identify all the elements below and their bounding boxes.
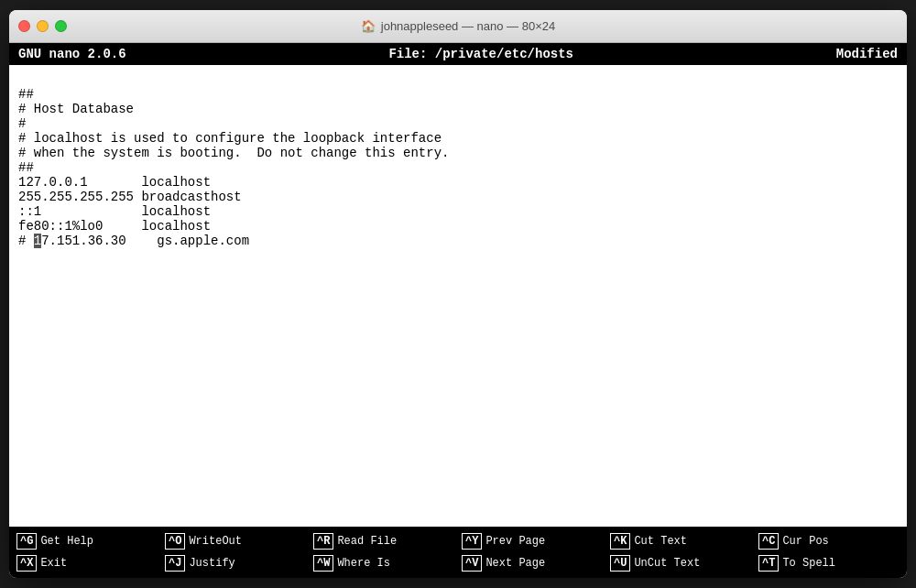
shortcut-cur-pos[interactable]: ^C Cur Pos bbox=[755, 532, 903, 550]
shortcut-label-where-is: Where Is bbox=[337, 557, 390, 570]
shortcut-writeout[interactable]: ^O WriteOut bbox=[161, 532, 310, 550]
nano-status-bar: GNU nano 2.0.6 File: /private/etc/hosts … bbox=[9, 43, 907, 65]
shortcut-label-cut-text: Cut Text bbox=[634, 535, 687, 548]
title-bar: 🏠 johnappleseed — nano — 80×24 bbox=[9, 10, 907, 43]
close-button[interactable] bbox=[18, 20, 30, 32]
shortcut-next-page[interactable]: ^V Next Page bbox=[458, 554, 606, 572]
shortcut-justify[interactable]: ^J Justify bbox=[161, 554, 310, 572]
house-icon: 🏠 bbox=[361, 19, 376, 33]
shortcut-key-u: ^U bbox=[610, 555, 630, 572]
minimize-button[interactable] bbox=[37, 20, 49, 32]
shortcut-label-uncut-text: UnCut Text bbox=[634, 557, 700, 570]
editor-content: ## # Host Database # # localhost is used… bbox=[18, 87, 449, 248]
nano-modified: Modified bbox=[836, 47, 898, 61]
shortcut-key-x: ^X bbox=[16, 555, 37, 572]
shortcut-key-y: ^Y bbox=[462, 533, 482, 550]
shortcut-prev-page[interactable]: ^Y Prev Page bbox=[458, 532, 606, 550]
shortcut-where-is[interactable]: ^W Where Is bbox=[310, 554, 458, 572]
shortcut-uncut-text[interactable]: ^U UnCut Text bbox=[606, 554, 755, 572]
shortcut-label-prev-page: Prev Page bbox=[485, 535, 545, 548]
shortcut-row-2: ^X Exit ^J Justify ^W Where Is ^V Next P… bbox=[9, 552, 907, 574]
shortcut-label-to-spell: To Spell bbox=[782, 557, 835, 570]
shortcut-read-file[interactable]: ^R Read File bbox=[310, 532, 458, 550]
shortcut-label-get-help: Get Help bbox=[40, 535, 93, 548]
shortcuts-bar: ^G Get Help ^O WriteOut ^R Read File ^Y … bbox=[9, 527, 907, 578]
shortcut-key-k: ^K bbox=[610, 533, 630, 550]
shortcut-key-v: ^V bbox=[462, 555, 482, 572]
shortcut-key-j: ^J bbox=[165, 555, 185, 572]
nano-file: File: /private/etc/hosts bbox=[388, 47, 573, 61]
nano-version: GNU nano 2.0.6 bbox=[18, 47, 126, 61]
shortcut-label-cur-pos: Cur Pos bbox=[782, 535, 828, 548]
terminal-window: 🏠 johnappleseed — nano — 80×24 GNU nano … bbox=[9, 10, 907, 578]
shortcut-exit[interactable]: ^X Exit bbox=[13, 554, 161, 572]
shortcut-key-t: ^T bbox=[758, 555, 779, 572]
shortcut-label-read-file: Read File bbox=[337, 535, 397, 548]
shortcut-key-o: ^O bbox=[165, 533, 185, 550]
window-title: 🏠 johnappleseed — nano — 80×24 bbox=[361, 19, 555, 33]
shortcut-label-exit: Exit bbox=[40, 557, 67, 570]
editor-area[interactable]: ## # Host Database # # localhost is used… bbox=[9, 65, 907, 527]
shortcut-key-r: ^R bbox=[313, 533, 333, 550]
shortcut-get-help[interactable]: ^G Get Help bbox=[13, 532, 161, 550]
shortcut-to-spell[interactable]: ^T To Spell bbox=[755, 554, 903, 572]
maximize-button[interactable] bbox=[55, 20, 67, 32]
shortcut-key-g: ^G bbox=[16, 533, 37, 550]
shortcut-key-w: ^W bbox=[313, 555, 333, 572]
traffic-lights bbox=[18, 20, 67, 32]
shortcut-label-next-page: Next Page bbox=[485, 557, 545, 570]
shortcut-row-1: ^G Get Help ^O WriteOut ^R Read File ^Y … bbox=[9, 530, 907, 552]
shortcut-cut-text[interactable]: ^K Cut Text bbox=[606, 532, 755, 550]
shortcut-label-justify: Justify bbox=[189, 557, 234, 570]
title-label: johnappleseed — nano — 80×24 bbox=[381, 19, 555, 33]
shortcut-label-writeout: WriteOut bbox=[189, 535, 242, 548]
shortcut-key-c: ^C bbox=[758, 533, 779, 550]
